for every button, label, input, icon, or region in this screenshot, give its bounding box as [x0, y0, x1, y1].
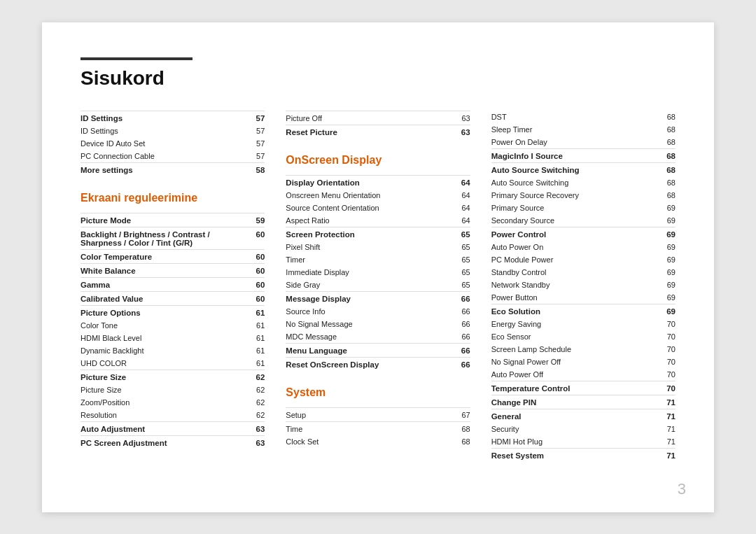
toc-num: 68	[654, 176, 676, 189]
toc-num: 68	[449, 435, 470, 448]
toc-num: 70	[654, 318, 676, 330]
toc-num: 64	[449, 202, 470, 214]
toc-label: Power Button	[491, 291, 654, 304]
toc-label: Backlight / Brightness / Contrast / Shar…	[80, 227, 244, 249]
toc-num: 68	[654, 162, 676, 176]
toc-label: No Signal Message	[286, 318, 449, 330]
toc-num: 68	[654, 189, 676, 202]
title-bar	[80, 57, 192, 60]
toc-label: Picture Off	[286, 111, 449, 125]
toc-label: Auto Source Switching	[491, 162, 654, 176]
toc-num: 70	[654, 356, 676, 368]
toc-label: Change PIN	[491, 395, 654, 409]
toc-label: ID Settings	[80, 125, 244, 137]
toc-num: 57	[244, 137, 265, 150]
toc-label: DST	[491, 111, 654, 123]
toc-label: Picture Mode	[80, 213, 244, 227]
section-heading-col2: OnScreen Display	[286, 154, 470, 167]
toc-label: Clock Set	[286, 435, 449, 448]
toc-num: 63	[244, 435, 265, 449]
toc-num: 58	[244, 162, 265, 176]
toc-label: Picture Options	[80, 305, 244, 319]
toc-num: 57	[244, 150, 265, 163]
toc-num: 60	[244, 263, 265, 277]
toc-num: 63	[449, 125, 470, 139]
toc-label: Device ID Auto Set	[80, 137, 244, 150]
toc-label: Sleep Timer	[491, 123, 654, 136]
toc-num: 67	[449, 407, 470, 421]
toc-label: Message Display	[286, 291, 449, 305]
toc-table-col1: ID Settings57ID Settings57Device ID Auto…	[80, 111, 265, 176]
toc-label: More settings	[80, 162, 244, 176]
col2: Picture Off63Reset Picture63 OnScreen Di…	[286, 111, 491, 462]
toc-label: No Signal Power Off	[491, 356, 654, 368]
columns: ID Settings57ID Settings57Device ID Auto…	[80, 111, 676, 462]
toc-label: PC Connection Cable	[80, 150, 244, 163]
toc-num: 69	[654, 291, 676, 304]
toc-num: 61	[244, 305, 265, 319]
toc-num: 62	[244, 370, 265, 384]
toc-label: Security	[491, 423, 654, 435]
toc-label: Power On Delay	[491, 136, 654, 149]
toc-num: 60	[244, 227, 265, 249]
toc-num: 69	[654, 253, 676, 266]
toc-label: Auto Source Switching	[491, 176, 654, 189]
toc-num: 71	[654, 409, 676, 423]
toc-num: 64	[449, 189, 470, 202]
toc-table-col2-section2: Setup67Time68Clock Set68	[286, 407, 470, 448]
toc-label: Auto Power On	[491, 241, 654, 253]
toc-label: Dynamic Backlight	[80, 344, 244, 357]
toc-label: Primary Source	[491, 202, 654, 214]
page: Sisukord ID Settings57ID Settings57Devic…	[42, 22, 714, 512]
toc-label: Display Orientation	[286, 175, 449, 189]
toc-num: 66	[449, 318, 470, 330]
toc-label: Aspect Ratio	[286, 214, 449, 227]
toc-label: Calibrated Value	[80, 291, 244, 305]
toc-num: 71	[654, 395, 676, 409]
section-heading-col2b: System	[286, 386, 470, 399]
toc-label: Pixel Shift	[286, 241, 449, 253]
toc-table-col1-section: Picture Mode59Backlight / Brightness / C…	[80, 213, 265, 449]
toc-num: 66	[449, 291, 470, 305]
toc-label: Temperature Control	[491, 381, 654, 395]
toc-label: Picture Size	[80, 370, 244, 384]
toc-label: Energy Saving	[491, 318, 654, 330]
toc-num: 69	[654, 227, 676, 241]
toc-label: Eco Solution	[491, 304, 654, 318]
toc-num: 64	[449, 175, 470, 189]
toc-num: 68	[654, 148, 676, 162]
toc-label: Menu Language	[286, 343, 449, 357]
toc-num: 68	[449, 421, 470, 435]
toc-num: 71	[654, 448, 676, 462]
toc-label: HDMI Black Level	[80, 332, 244, 344]
toc-label: Source Info	[286, 305, 449, 318]
section-heading-col1: Ekraani reguleerimine	[80, 192, 265, 204]
toc-table-col3: DST68Sleep Timer68Power On Delay68MagicI…	[491, 111, 676, 462]
toc-label: Standby Control	[491, 266, 654, 279]
toc-num: 60	[244, 249, 265, 263]
toc-num: 62	[244, 409, 265, 422]
toc-label: PC Module Power	[491, 253, 654, 266]
toc-label: Timer	[286, 253, 449, 266]
toc-label: MDC Message	[286, 330, 449, 344]
toc-label: Auto Power Off	[491, 368, 654, 381]
toc-num: 69	[654, 304, 676, 318]
toc-num: 66	[449, 330, 470, 344]
toc-num: 60	[244, 277, 265, 291]
toc-label: Setup	[286, 407, 449, 421]
toc-label: ID Settings	[80, 111, 244, 125]
toc-label: Onscreen Menu Orientation	[286, 189, 449, 202]
toc-num: 69	[654, 241, 676, 253]
toc-label: White Balance	[80, 263, 244, 277]
toc-label: Picture Size	[80, 384, 244, 396]
toc-label: Screen Lamp Schedule	[491, 343, 654, 356]
page-number: 3	[678, 480, 686, 498]
toc-num: 68	[654, 136, 676, 149]
toc-num: 69	[654, 214, 676, 227]
toc-label: Zoom/Position	[80, 396, 244, 409]
toc-label: General	[491, 409, 654, 423]
toc-label: Network Standby	[491, 279, 654, 291]
toc-num: 61	[244, 319, 265, 332]
page-title: Sisukord	[80, 67, 676, 90]
toc-table-col2-section: Display Orientation64Onscreen Menu Orien…	[286, 175, 470, 371]
